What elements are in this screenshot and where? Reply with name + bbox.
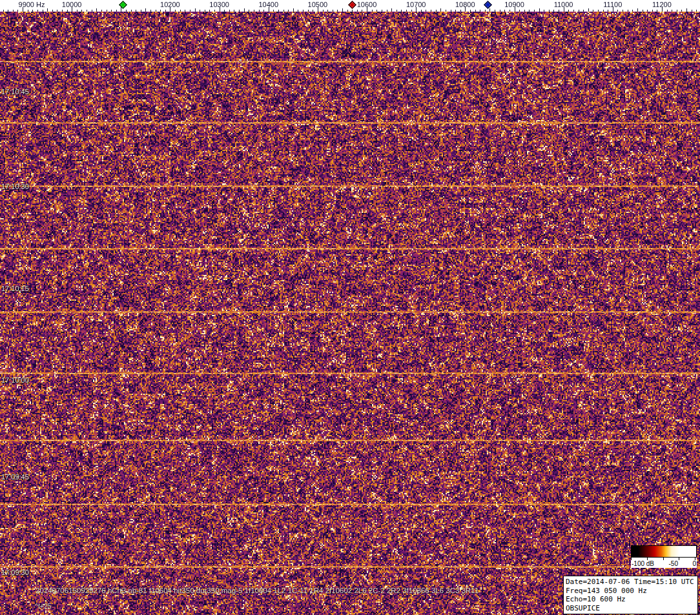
ruler-tick [209, 10, 210, 12]
ruler-tick [303, 10, 304, 12]
ruler-tick [568, 10, 569, 12]
ruler-tick [598, 10, 599, 12]
ruler-tick [608, 10, 608, 12]
ruler-tick [524, 10, 525, 12]
ruler-tick [396, 10, 397, 12]
ruler-tick [342, 8, 343, 12]
ruler-tick [672, 10, 672, 12]
ruler-tick [156, 10, 156, 12]
ruler-tick [617, 10, 618, 12]
ruler-tick [57, 10, 57, 12]
ruler-tick [504, 10, 505, 12]
ruler-tick [131, 10, 132, 12]
spectrogram-canvas[interactable] [0, 12, 700, 615]
ruler-tick [692, 10, 692, 12]
ruler-tick [47, 8, 48, 12]
ruler-tick [544, 10, 544, 12]
ruler-label: 10400 [259, 1, 279, 8]
ruler-tick [333, 10, 333, 12]
ruler-tick [234, 10, 234, 12]
spectrogram-window: 9900 Hz100001020010300104001050010600107… [0, 0, 700, 615]
ruler-label: 10500 [308, 1, 328, 8]
ruler-tick [686, 8, 687, 12]
ruler-tick [553, 10, 554, 12]
ruler-tick [593, 10, 593, 12]
amplitude-legend: -100 dB-500 [631, 545, 697, 568]
ruler-tick [165, 10, 166, 12]
ruler-tick [534, 10, 535, 12]
ruler-tick [8, 10, 8, 12]
ruler-tick [126, 10, 127, 12]
ruler-tick [136, 10, 136, 12]
amplitude-gradient-bar [631, 545, 697, 558]
ruler-label: 10700 [406, 1, 426, 8]
ruler-tick [214, 10, 215, 12]
ruler-tick [337, 10, 338, 12]
ruler-tick [77, 10, 77, 12]
ruler-tick [637, 8, 638, 12]
ruler-tick [254, 10, 254, 12]
ruler-tick [583, 10, 584, 12]
detection-caption: 20140706150925276 hCrt3 nb-81 f10604 hit… [36, 587, 479, 594]
blue-marker-diamond-icon[interactable] [484, 1, 493, 9]
ruler-tick [529, 10, 530, 12]
ruler-label: 10900 [504, 1, 524, 8]
ruler-tick [455, 10, 456, 12]
ruler-tick [696, 10, 697, 12]
ruler-tick [657, 10, 657, 12]
ruler-tick [677, 10, 677, 12]
ruler-tick [549, 10, 550, 12]
ruler-tick [579, 10, 579, 12]
ruler-label: 10000 [62, 1, 82, 8]
ruler-tick [485, 10, 486, 12]
ruler-tick [401, 10, 402, 12]
ruler-tick [67, 10, 68, 12]
ruler-tick [347, 10, 348, 12]
ruler-tick [43, 10, 43, 12]
ruler-tick [81, 10, 82, 12]
ruler-tick [32, 10, 33, 12]
ruler-tick [519, 10, 520, 12]
info-line: Date=2014-07-06 Time=15:10 UTC [566, 578, 695, 587]
ruler-tick [62, 10, 63, 12]
ruler-tick [116, 10, 117, 12]
ruler-tick [278, 10, 279, 12]
ruler-tick [150, 10, 151, 12]
ruler-tick [376, 10, 377, 12]
ruler-tick [446, 10, 446, 12]
ruler-tick [141, 10, 141, 12]
ruler-tick [643, 10, 643, 12]
ruler-tick [273, 10, 274, 12]
ruler-tick [588, 8, 589, 12]
ruler-tick [406, 10, 407, 12]
ruler-tick [489, 8, 490, 12]
legend-label: -50 [669, 560, 678, 567]
ruler-label: 10800 [455, 1, 475, 8]
ruler-tick [263, 10, 264, 12]
ruler-tick [451, 10, 451, 12]
info-line: OBSUPICE [566, 604, 695, 613]
ruler-label: 9900 Hz [19, 1, 45, 8]
ruler-tick [293, 8, 294, 12]
ruler-tick [647, 10, 648, 12]
ruler-tick [323, 10, 324, 12]
ruler-tick [500, 10, 500, 12]
ruler-tick [603, 10, 604, 12]
frequency-ruler[interactable]: 9900 Hz100001020010300104001050010600107… [0, 0, 700, 12]
ruler-tick [175, 10, 176, 12]
ruler-tick [37, 10, 38, 12]
legend-scale-labels: -100 dB-500 [631, 560, 697, 568]
ruler-tick [559, 10, 559, 12]
ruler-tick [283, 10, 284, 12]
red-marker-diamond-icon[interactable] [348, 1, 356, 9]
ruler-label: 10300 [209, 1, 229, 8]
ruler-tick [298, 10, 298, 12]
ruler-tick [13, 10, 14, 12]
ruler-label: 11200 [652, 1, 672, 8]
ruler-tick [510, 10, 510, 12]
ruler-tick [205, 10, 205, 12]
ruler-tick [372, 10, 373, 12]
ruler-tick [387, 10, 387, 12]
ruler-tick [160, 10, 161, 12]
ruler-tick [313, 10, 313, 12]
